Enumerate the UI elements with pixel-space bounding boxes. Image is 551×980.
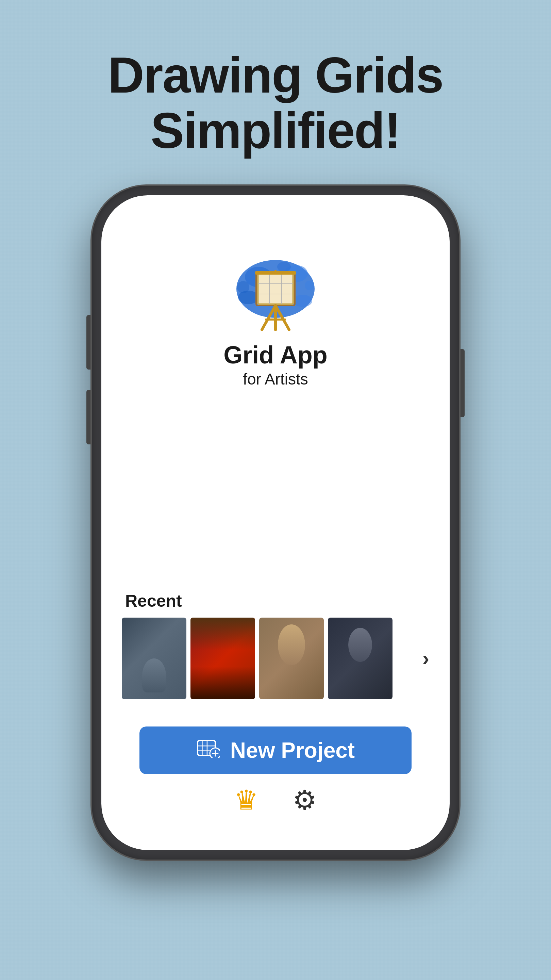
new-project-label: New Project (230, 738, 355, 763)
headline-line1: Drawing Grids (108, 48, 443, 103)
phone-screen: Grid App for Artists Recent › (102, 195, 449, 850)
svg-rect-8 (258, 274, 293, 304)
recent-row: › (122, 617, 429, 699)
recent-section: Recent › (122, 591, 429, 699)
recent-thumb-2[interactable] (191, 617, 255, 699)
gear-icon[interactable]: ⚙ (292, 784, 317, 816)
recent-label: Recent (122, 591, 429, 611)
svg-line-16 (275, 305, 289, 330)
add-image-icon (196, 738, 220, 763)
chevron-right-icon[interactable]: › (422, 646, 429, 670)
recent-thumb-3[interactable] (259, 617, 324, 699)
bottom-bar: ♛ ⚙ (234, 784, 317, 823)
recent-images-list (122, 617, 415, 699)
phone-outer-frame: Grid App for Artists Recent › (92, 186, 459, 859)
headline-line2: Simplified! (108, 103, 443, 159)
recent-thumb-1[interactable] (122, 617, 186, 699)
logo-section: Grid App for Artists (224, 256, 327, 388)
recent-thumb-4[interactable] (328, 617, 392, 699)
new-project-button[interactable]: New Project (140, 727, 411, 774)
svg-point-7 (305, 281, 314, 290)
app-content: Grid App for Artists Recent › (102, 195, 449, 850)
app-title: Grid App (224, 342, 327, 369)
svg-point-6 (237, 281, 249, 293)
app-logo-icon (231, 256, 320, 331)
app-subtitle: for Artists (243, 370, 308, 388)
headline: Drawing Grids Simplified! (108, 48, 443, 159)
easel-svg (248, 270, 303, 331)
svg-line-15 (262, 305, 275, 330)
crown-icon[interactable]: ♛ (234, 784, 259, 816)
phone-mockup: Grid App for Artists Recent › (92, 186, 459, 859)
